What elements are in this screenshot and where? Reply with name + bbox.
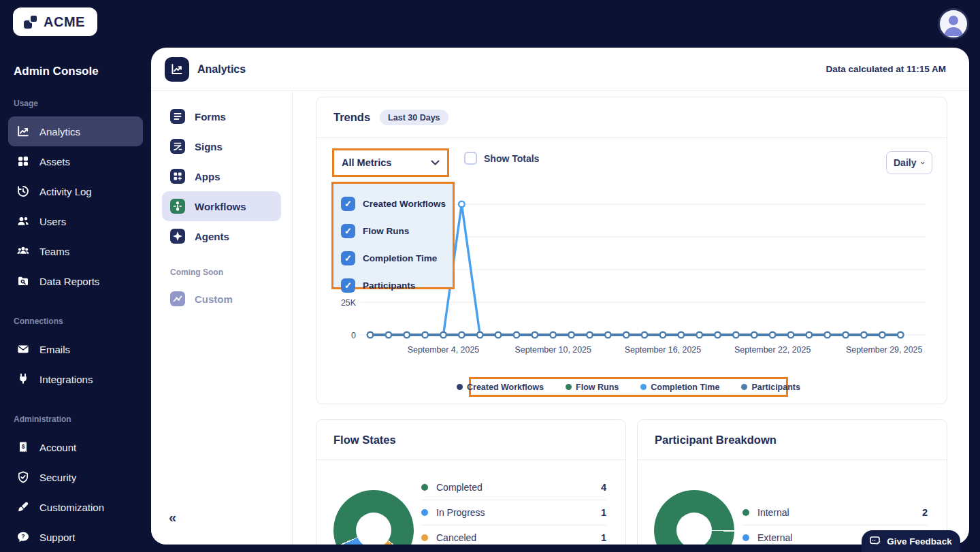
flow-states-label: Canceled [436,532,476,543]
metrics-option-label: Flow Runs [363,226,409,236]
sidebar-item-label: Emails [39,344,70,355]
sidebar-item-users[interactable]: Users [8,206,143,236]
sidebar-item-teams[interactable]: Teams [8,236,143,266]
sidebar-item-analytics[interactable]: Analytics [8,116,143,146]
legend-dot-icon [640,384,647,390]
assets-icon [16,155,30,168]
flow-states-legend: Completed4In Progress1Canceled1 [421,475,606,545]
signs-icon [170,139,185,154]
sidebar-item-support[interactable]: ?Support [8,522,143,552]
apps-icon [170,169,185,184]
data-reports-icon [16,274,30,288]
primary-sidebar: Admin Console UsageAnalyticsAssetsActivi… [0,0,151,552]
legend-item-participants[interactable]: Participants [741,383,800,392]
sidebar-item-security[interactable]: Security [8,462,143,492]
subnav-item-agents[interactable]: Agents [162,221,281,251]
sidebar-title: Admin Console [0,65,151,78]
participant-label: External [757,532,792,543]
sidebar-section-connections: Connections [0,316,151,326]
sidebar-item-customization[interactable]: Customization [8,492,143,522]
show-totals-toggle[interactable]: Show Totals [464,152,539,165]
legend-item-flow-runs[interactable]: Flow Runs [566,383,619,392]
analytics-icon [16,125,30,138]
account-icon: $ [16,440,30,454]
last-30-days-badge: Last 30 Days [380,110,448,125]
sidebar-item-activity-log[interactable]: Activity Log [8,176,143,206]
checkbox-checked-icon[interactable]: ✓ [341,224,355,238]
sidebar-item-label: Analytics [39,126,80,137]
flow-states-row-in-progress: In Progress1 [421,500,606,525]
participant-row-internal: Internal2 [742,500,928,525]
collapse-sidebar-button[interactable]: « [169,510,176,525]
metrics-select[interactable]: All Metrics [332,148,449,177]
svg-text:September 4, 2025: September 4, 2025 [408,345,480,355]
trends-card: Trends Last 30 Days All Metrics Show Tot… [316,97,947,404]
metrics-option-created-workflows[interactable]: ✓Created Workflows [341,190,453,217]
sidebar-item-data-reports[interactable]: Data Reports [8,266,143,296]
sidebar-item-account[interactable]: $Account [8,432,143,462]
show-totals-checkbox[interactable] [464,152,477,165]
subnav-item-custom[interactable]: Custom [162,284,281,314]
subnav-item-label: Workflows [195,201,246,212]
metrics-option-flow-runs[interactable]: ✓Flow Runs [341,217,453,244]
custom-icon [170,291,185,306]
flow-states-value: 1 [601,507,606,518]
subnav-item-signs[interactable]: Signs [162,131,281,161]
legend-label: Completion Time [651,383,719,392]
person-icon [940,10,967,37]
checkbox-checked-icon[interactable]: ✓ [341,251,355,265]
sidebar-item-assets[interactable]: Assets [8,146,143,176]
sidebar-item-emails[interactable]: Emails [8,334,143,364]
svg-text:September 16, 2025: September 16, 2025 [625,345,701,355]
legend-label: Participants [751,383,800,392]
page-title: Analytics [197,63,246,76]
feedback-chat-icon [870,536,881,547]
legend-item-created-workflows[interactable]: Created Workflows [457,383,544,392]
sidebar-item-label: Users [39,216,66,227]
agents-icon [170,229,185,244]
flow-states-value: 1 [601,532,606,543]
svg-text:0: 0 [351,331,356,340]
users-icon [16,214,30,228]
sidebar-item-label: Teams [39,246,69,257]
give-feedback-button[interactable]: Give Feedback [862,530,960,552]
teams-icon [16,244,30,258]
subnav-item-workflows[interactable]: Workflows [162,191,281,221]
give-feedback-label: Give Feedback [887,536,951,547]
user-avatar[interactable] [938,8,969,39]
subnav-item-apps[interactable]: Apps [162,161,281,191]
metrics-dropdown-panel: ✓Created Workflows✓Flow Runs✓Completion … [331,182,455,289]
subnav-section-coming-soon: Coming Soon [151,267,292,277]
subnav-item-label: Signs [195,141,223,152]
trends-card-header: Trends Last 30 Days [316,97,947,138]
page: ACME Admin Console UsageAnalyticsAssetsA… [0,0,980,552]
checkbox-checked-icon[interactable]: ✓ [341,197,355,211]
svg-text:September 10, 2025: September 10, 2025 [515,345,591,355]
sidebar-item-label: Support [39,532,76,543]
sidebar-item-label: Security [39,472,76,483]
legend-dot-icon [421,509,428,516]
analytics-header-icon [165,57,189,82]
checkbox-checked-icon[interactable]: ✓ [341,278,355,293]
interval-select[interactable]: Daily [886,151,932,174]
subnav-item-forms[interactable]: Forms [162,101,281,131]
subnav-item-label: Forms [195,111,226,123]
svg-text:$: $ [22,443,25,450]
flow-states-row-canceled: Canceled1 [421,525,606,545]
legend-item-completion-time[interactable]: Completion Time [640,383,719,392]
metrics-option-completion-time[interactable]: ✓Completion Time [341,244,453,272]
participant-breakdown-header: Participant Breakdown [638,420,947,460]
workflows-icon [170,199,185,214]
metrics-option-label: Created Workflows [363,199,446,209]
flow-states-title: Flow States [333,434,396,447]
svg-text:September 22, 2025: September 22, 2025 [734,345,811,355]
sidebar-item-integrations[interactable]: Integrations [8,364,143,394]
activity-log-icon [16,184,30,198]
metrics-option-participants[interactable]: ✓Participants [341,272,453,299]
chevron-down-icon [431,160,440,165]
participant-breakdown-card: Participant Breakdown Internal2External [637,419,947,545]
metrics-option-label: Participants [363,280,415,291]
participant-breakdown-title: Participant Breakdown [655,434,777,447]
show-totals-label: Show Totals [484,153,539,164]
support-icon: ? [16,530,30,544]
